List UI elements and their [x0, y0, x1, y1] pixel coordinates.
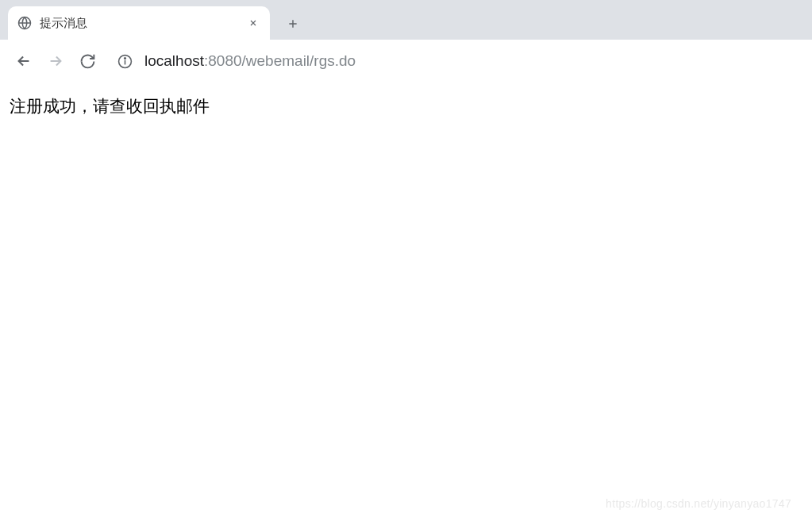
tab-strip: 提示消息 [0, 0, 812, 40]
browser-tab[interactable]: 提示消息 [8, 6, 270, 40]
toolbar: localhost:8080/webemail/rgs.do [0, 40, 812, 82]
url-path: /webemail/rgs.do [242, 52, 356, 69]
back-button[interactable] [8, 45, 40, 77]
tab-title: 提示消息 [40, 16, 246, 31]
url-port: :8080 [204, 52, 242, 69]
globe-icon [17, 16, 32, 30]
svg-point-3 [124, 57, 125, 59]
page-content: 注册成功，请查收回执邮件 [0, 82, 812, 130]
success-message: 注册成功，请查收回执邮件 [10, 95, 802, 117]
url-text: localhost:8080/webemail/rgs.do [144, 52, 356, 70]
address-bar[interactable]: localhost:8080/webemail/rgs.do [116, 46, 804, 76]
browser-chrome: 提示消息 [0, 0, 812, 82]
info-icon[interactable] [116, 52, 133, 70]
close-icon[interactable] [246, 16, 260, 30]
forward-button[interactable] [40, 45, 71, 77]
watermark: https://blog.csdn.net/yinyanyao1747 [606, 497, 791, 510]
new-tab-button[interactable] [279, 10, 306, 37]
reload-button[interactable] [71, 45, 103, 77]
url-host: localhost [144, 52, 204, 69]
